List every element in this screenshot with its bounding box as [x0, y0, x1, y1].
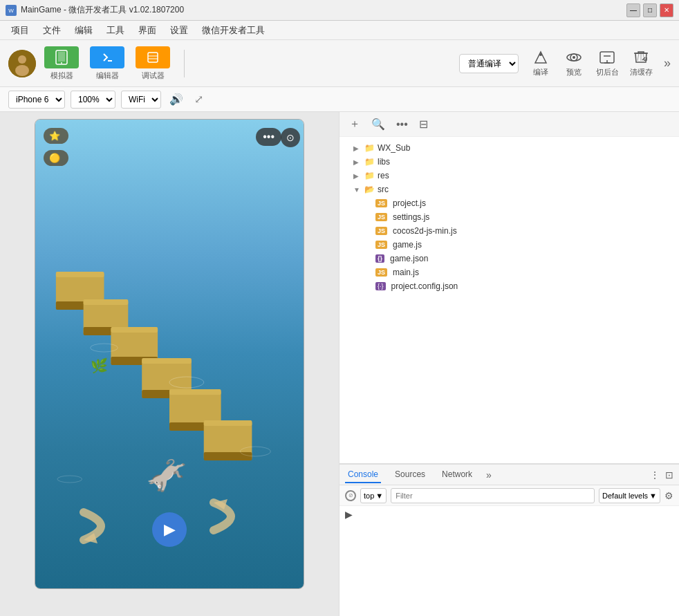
context-select[interactable]: top ▼	[360, 488, 387, 503]
file-item-wx-sub[interactable]: ▶ 📁 WX_Sub	[340, 141, 679, 155]
compile-button[interactable]	[530, 49, 552, 66]
folder-icon-res: 📁	[364, 171, 375, 180]
devtools-settings-icon[interactable]: ⚙	[664, 490, 673, 501]
debugger-button[interactable]	[136, 46, 170, 68]
backend-label: 切后台	[596, 67, 619, 77]
file-tree-body: ▶ 📁 WX_Sub ▶ 📁 libs ▶ 📁 res	[340, 137, 679, 297]
tab-sources[interactable]: Sources	[392, 467, 428, 483]
stop-icon[interactable]: ⊘	[345, 490, 356, 501]
window-controls: — □ ✕	[626, 3, 673, 17]
toolbar-more-button[interactable]: »	[664, 56, 671, 71]
js-badge-1: JS	[375, 199, 387, 207]
devtools-menu-icon[interactable]: ⋮	[650, 469, 660, 480]
context-dropdown-icon: ▼	[375, 492, 383, 500]
filter-input[interactable]	[391, 488, 595, 503]
folder-arrow-wx-sub: ▶	[353, 144, 362, 152]
filename-src: src	[378, 185, 389, 194]
maximize-button[interactable]: □	[643, 3, 657, 17]
filename-settings-js: settings.js	[393, 212, 429, 222]
app-icon: W	[6, 5, 17, 16]
console-chevron[interactable]: ▶	[345, 509, 353, 520]
folder-icon-src: 📂	[364, 185, 375, 194]
device-bar: iPhone 6 100% WiFi 🔊 ⤢	[0, 87, 679, 112]
expand-icon[interactable]: ⤢	[192, 91, 206, 107]
right-arrow-button[interactable]	[207, 496, 262, 547]
game-menu-button[interactable]: •••	[256, 128, 281, 146]
backend-button[interactable]	[596, 49, 618, 66]
left-arrow-button[interactable]	[77, 496, 132, 547]
file-item-game-js[interactable]: JS game.js	[340, 238, 679, 252]
json-badge-1: {}	[375, 254, 384, 263]
menu-bar: 项目 文件 编辑 工具 界面 设置 微信开发者工具	[0, 21, 679, 40]
filename-config-json: project.config.json	[391, 281, 458, 291]
right-panel: ＋ 🔍 ••• ⊟ ▶ 📁 WX_Sub ▶ 📁 libs	[339, 112, 679, 616]
game-character: 🫏	[146, 456, 187, 495]
file-item-src[interactable]: ▼ 📂 src	[340, 183, 679, 196]
simulator-button[interactable]	[44, 46, 79, 68]
preview-button[interactable]	[563, 49, 585, 66]
minimize-button[interactable]: —	[626, 3, 640, 17]
menu-item-file[interactable]: 文件	[37, 21, 66, 39]
network-select[interactable]: WiFi	[121, 91, 161, 109]
devtools-body: ▶	[340, 506, 679, 523]
camera-button[interactable]: ⊙	[281, 128, 300, 147]
file-item-game-json[interactable]: {} game.json	[340, 252, 679, 265]
folder-arrow-res: ▶	[353, 172, 362, 180]
play-button[interactable]: ▶	[152, 512, 187, 547]
zoom-select[interactable]: 100%	[71, 91, 115, 109]
preview-label: 预览	[566, 67, 582, 77]
folder-arrow-src: ▼	[353, 186, 362, 194]
compile-label: 编译	[533, 67, 548, 77]
menu-item-settings[interactable]: 设置	[165, 21, 194, 39]
folder-arrow-libs: ▶	[353, 158, 362, 166]
more-options-button[interactable]: •••	[393, 117, 411, 132]
file-item-settings-js[interactable]: JS settings.js	[340, 210, 679, 224]
file-item-config-json[interactable]: {·} project.config.json	[340, 279, 679, 293]
file-tree-area: ＋ 🔍 ••• ⊟ ▶ 📁 WX_Sub ▶ 📁 libs	[340, 112, 679, 464]
devtools-detach-icon[interactable]: ⊡	[665, 469, 673, 480]
compile-group: 编译	[530, 49, 552, 77]
tab-network[interactable]: Network	[439, 467, 475, 483]
file-item-cocos2d[interactable]: JS cocos2d-js-min.js	[340, 224, 679, 238]
search-file-button[interactable]: 🔍	[369, 116, 388, 132]
title-text: MainGame - 微信开发者工具 v1.02.1807200	[21, 4, 184, 16]
clear-cache-button[interactable]	[630, 49, 652, 66]
coin-icon: 🟡	[49, 153, 60, 163]
tree-toggle-button[interactable]: ⊟	[416, 116, 431, 132]
svg-rect-25	[84, 299, 129, 305]
menu-item-interface[interactable]: 界面	[133, 21, 162, 39]
editor-button[interactable]	[90, 46, 124, 68]
game-item: 🌿	[91, 357, 108, 374]
add-file-button[interactable]: ＋	[346, 115, 363, 133]
folder-icon-wx-sub: 📁	[364, 143, 375, 153]
compile-select[interactable]: 普通编译	[459, 54, 519, 73]
svg-rect-22	[56, 272, 104, 277]
file-item-libs[interactable]: ▶ 📁 libs	[340, 155, 679, 169]
avatar	[8, 50, 36, 77]
backend-group: 切后台	[596, 49, 619, 77]
menu-item-tool[interactable]: 工具	[101, 21, 130, 39]
svg-point-15	[573, 56, 575, 59]
file-item-main-js[interactable]: JS main.js	[340, 265, 679, 279]
level-select[interactable]: Default levels ▼	[599, 488, 660, 503]
file-tree-header: ＋ 🔍 ••• ⊟	[340, 112, 679, 137]
clear-cache-label: 清缓存	[630, 67, 653, 77]
menu-item-edit[interactable]: 编辑	[69, 21, 98, 39]
menu-item-project[interactable]: 项目	[6, 21, 35, 39]
volume-icon[interactable]: 🔊	[167, 91, 186, 107]
file-item-res[interactable]: ▶ 📁 res	[340, 169, 679, 183]
tab-console[interactable]: Console	[345, 467, 381, 483]
clear-cache-group: 清缓存	[630, 49, 653, 77]
more-tabs-button[interactable]: »	[486, 469, 492, 480]
filename-project-js: project.js	[393, 198, 426, 208]
toolbar-separator	[184, 50, 185, 77]
menu-item-wechat-tools[interactable]: 微信开发者工具	[196, 21, 270, 39]
context-label: top	[364, 492, 374, 500]
filename-cocos2d: cocos2d-js-min.js	[393, 226, 457, 236]
device-select[interactable]: iPhone 6	[8, 91, 65, 109]
svg-point-42	[57, 476, 82, 483]
svg-rect-6	[58, 52, 65, 62]
filename-res: res	[378, 171, 389, 180]
close-button[interactable]: ✕	[660, 3, 673, 17]
file-item-project-js[interactable]: JS project.js	[340, 196, 679, 210]
